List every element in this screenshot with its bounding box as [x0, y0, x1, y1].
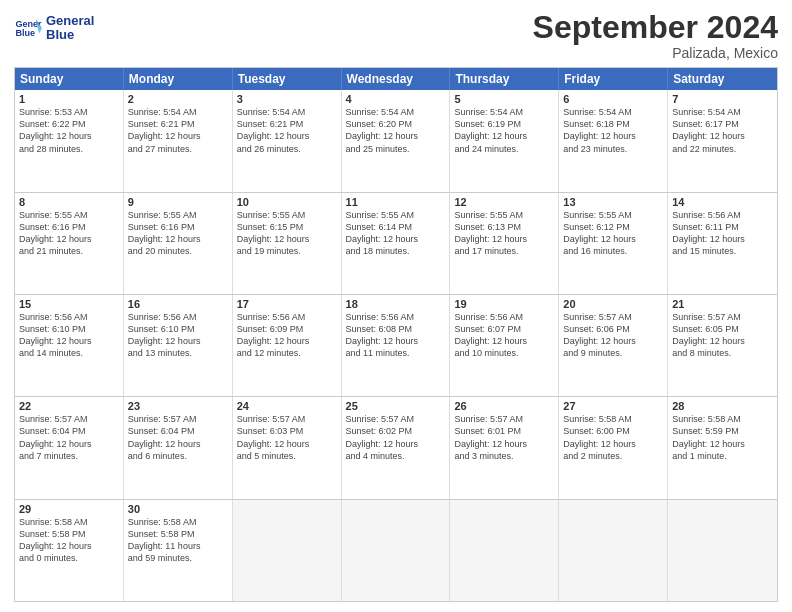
cell-details: Sunrise: 5:56 AM Sunset: 6:10 PM Dayligh… [128, 311, 228, 360]
calendar-cell: 19Sunrise: 5:56 AM Sunset: 6:07 PM Dayli… [450, 295, 559, 396]
day-number: 12 [454, 196, 554, 208]
calendar-header-cell: Thursday [450, 68, 559, 90]
calendar-cell: 11Sunrise: 5:55 AM Sunset: 6:14 PM Dayli… [342, 193, 451, 294]
calendar-cell: 21Sunrise: 5:57 AM Sunset: 6:05 PM Dayli… [668, 295, 777, 396]
calendar-cell: 23Sunrise: 5:57 AM Sunset: 6:04 PM Dayli… [124, 397, 233, 498]
day-number: 20 [563, 298, 663, 310]
cell-details: Sunrise: 5:56 AM Sunset: 6:08 PM Dayligh… [346, 311, 446, 360]
cell-details: Sunrise: 5:54 AM Sunset: 6:21 PM Dayligh… [128, 106, 228, 155]
svg-text:Blue: Blue [15, 29, 35, 39]
cell-details: Sunrise: 5:55 AM Sunset: 6:13 PM Dayligh… [454, 209, 554, 258]
calendar-cell: 12Sunrise: 5:55 AM Sunset: 6:13 PM Dayli… [450, 193, 559, 294]
calendar-header: SundayMondayTuesdayWednesdayThursdayFrid… [15, 68, 777, 90]
cell-details: Sunrise: 5:55 AM Sunset: 6:16 PM Dayligh… [128, 209, 228, 258]
calendar: SundayMondayTuesdayWednesdayThursdayFrid… [14, 67, 778, 602]
day-number: 2 [128, 93, 228, 105]
calendar-cell: 27Sunrise: 5:58 AM Sunset: 6:00 PM Dayli… [559, 397, 668, 498]
calendar-cell: 29Sunrise: 5:58 AM Sunset: 5:58 PM Dayli… [15, 500, 124, 601]
calendar-cell: 6Sunrise: 5:54 AM Sunset: 6:18 PM Daylig… [559, 90, 668, 191]
cell-details: Sunrise: 5:57 AM Sunset: 6:01 PM Dayligh… [454, 413, 554, 462]
page: General Blue General Blue September 2024… [0, 0, 792, 612]
day-number: 18 [346, 298, 446, 310]
calendar-cell: 26Sunrise: 5:57 AM Sunset: 6:01 PM Dayli… [450, 397, 559, 498]
day-number: 25 [346, 400, 446, 412]
cell-details: Sunrise: 5:53 AM Sunset: 6:22 PM Dayligh… [19, 106, 119, 155]
day-number: 15 [19, 298, 119, 310]
day-number: 10 [237, 196, 337, 208]
cell-details: Sunrise: 5:57 AM Sunset: 6:06 PM Dayligh… [563, 311, 663, 360]
logo: General Blue General Blue [14, 14, 94, 43]
calendar-cell: 20Sunrise: 5:57 AM Sunset: 6:06 PM Dayli… [559, 295, 668, 396]
day-number: 5 [454, 93, 554, 105]
cell-details: Sunrise: 5:57 AM Sunset: 6:02 PM Dayligh… [346, 413, 446, 462]
cell-details: Sunrise: 5:56 AM Sunset: 6:10 PM Dayligh… [19, 311, 119, 360]
cell-details: Sunrise: 5:58 AM Sunset: 5:59 PM Dayligh… [672, 413, 773, 462]
cell-details: Sunrise: 5:58 AM Sunset: 5:58 PM Dayligh… [128, 516, 228, 565]
calendar-cell: 30Sunrise: 5:58 AM Sunset: 5:58 PM Dayli… [124, 500, 233, 601]
calendar-header-cell: Saturday [668, 68, 777, 90]
day-number: 28 [672, 400, 773, 412]
calendar-cell: 22Sunrise: 5:57 AM Sunset: 6:04 PM Dayli… [15, 397, 124, 498]
day-number: 8 [19, 196, 119, 208]
calendar-cell: 7Sunrise: 5:54 AM Sunset: 6:17 PM Daylig… [668, 90, 777, 191]
day-number: 13 [563, 196, 663, 208]
cell-details: Sunrise: 5:54 AM Sunset: 6:17 PM Dayligh… [672, 106, 773, 155]
cell-details: Sunrise: 5:57 AM Sunset: 6:03 PM Dayligh… [237, 413, 337, 462]
calendar-cell: 2Sunrise: 5:54 AM Sunset: 6:21 PM Daylig… [124, 90, 233, 191]
cell-details: Sunrise: 5:55 AM Sunset: 6:14 PM Dayligh… [346, 209, 446, 258]
cell-details: Sunrise: 5:54 AM Sunset: 6:21 PM Dayligh… [237, 106, 337, 155]
calendar-cell: 24Sunrise: 5:57 AM Sunset: 6:03 PM Dayli… [233, 397, 342, 498]
month-title: September 2024 [533, 10, 778, 45]
day-number: 26 [454, 400, 554, 412]
day-number: 7 [672, 93, 773, 105]
header: General Blue General Blue September 2024… [14, 10, 778, 61]
cell-details: Sunrise: 5:56 AM Sunset: 6:11 PM Dayligh… [672, 209, 773, 258]
calendar-row: 1Sunrise: 5:53 AM Sunset: 6:22 PM Daylig… [15, 90, 777, 191]
subtitle: Palizada, Mexico [533, 45, 778, 61]
day-number: 22 [19, 400, 119, 412]
calendar-cell: 10Sunrise: 5:55 AM Sunset: 6:15 PM Dayli… [233, 193, 342, 294]
calendar-cell: 18Sunrise: 5:56 AM Sunset: 6:08 PM Dayli… [342, 295, 451, 396]
calendar-row: 22Sunrise: 5:57 AM Sunset: 6:04 PM Dayli… [15, 396, 777, 498]
cell-details: Sunrise: 5:54 AM Sunset: 6:19 PM Dayligh… [454, 106, 554, 155]
logo-line2: Blue [46, 28, 94, 42]
calendar-cell [450, 500, 559, 601]
calendar-cell: 3Sunrise: 5:54 AM Sunset: 6:21 PM Daylig… [233, 90, 342, 191]
day-number: 27 [563, 400, 663, 412]
day-number: 23 [128, 400, 228, 412]
day-number: 14 [672, 196, 773, 208]
day-number: 11 [346, 196, 446, 208]
cell-details: Sunrise: 5:56 AM Sunset: 6:09 PM Dayligh… [237, 311, 337, 360]
calendar-header-cell: Wednesday [342, 68, 451, 90]
cell-details: Sunrise: 5:55 AM Sunset: 6:16 PM Dayligh… [19, 209, 119, 258]
calendar-row: 29Sunrise: 5:58 AM Sunset: 5:58 PM Dayli… [15, 499, 777, 601]
day-number: 29 [19, 503, 119, 515]
calendar-header-cell: Monday [124, 68, 233, 90]
day-number: 6 [563, 93, 663, 105]
calendar-cell: 14Sunrise: 5:56 AM Sunset: 6:11 PM Dayli… [668, 193, 777, 294]
calendar-header-cell: Friday [559, 68, 668, 90]
calendar-cell: 13Sunrise: 5:55 AM Sunset: 6:12 PM Dayli… [559, 193, 668, 294]
calendar-cell: 16Sunrise: 5:56 AM Sunset: 6:10 PM Dayli… [124, 295, 233, 396]
calendar-cell: 28Sunrise: 5:58 AM Sunset: 5:59 PM Dayli… [668, 397, 777, 498]
calendar-cell: 15Sunrise: 5:56 AM Sunset: 6:10 PM Dayli… [15, 295, 124, 396]
cell-details: Sunrise: 5:54 AM Sunset: 6:20 PM Dayligh… [346, 106, 446, 155]
cell-details: Sunrise: 5:57 AM Sunset: 6:04 PM Dayligh… [128, 413, 228, 462]
cell-details: Sunrise: 5:54 AM Sunset: 6:18 PM Dayligh… [563, 106, 663, 155]
cell-details: Sunrise: 5:57 AM Sunset: 6:05 PM Dayligh… [672, 311, 773, 360]
calendar-cell: 5Sunrise: 5:54 AM Sunset: 6:19 PM Daylig… [450, 90, 559, 191]
day-number: 3 [237, 93, 337, 105]
calendar-cell: 4Sunrise: 5:54 AM Sunset: 6:20 PM Daylig… [342, 90, 451, 191]
cell-details: Sunrise: 5:55 AM Sunset: 6:15 PM Dayligh… [237, 209, 337, 258]
cell-details: Sunrise: 5:55 AM Sunset: 6:12 PM Dayligh… [563, 209, 663, 258]
cell-details: Sunrise: 5:56 AM Sunset: 6:07 PM Dayligh… [454, 311, 554, 360]
calendar-cell [559, 500, 668, 601]
calendar-cell: 25Sunrise: 5:57 AM Sunset: 6:02 PM Dayli… [342, 397, 451, 498]
day-number: 30 [128, 503, 228, 515]
day-number: 21 [672, 298, 773, 310]
cell-details: Sunrise: 5:57 AM Sunset: 6:04 PM Dayligh… [19, 413, 119, 462]
calendar-cell: 9Sunrise: 5:55 AM Sunset: 6:16 PM Daylig… [124, 193, 233, 294]
cell-details: Sunrise: 5:58 AM Sunset: 6:00 PM Dayligh… [563, 413, 663, 462]
calendar-cell: 1Sunrise: 5:53 AM Sunset: 6:22 PM Daylig… [15, 90, 124, 191]
day-number: 1 [19, 93, 119, 105]
